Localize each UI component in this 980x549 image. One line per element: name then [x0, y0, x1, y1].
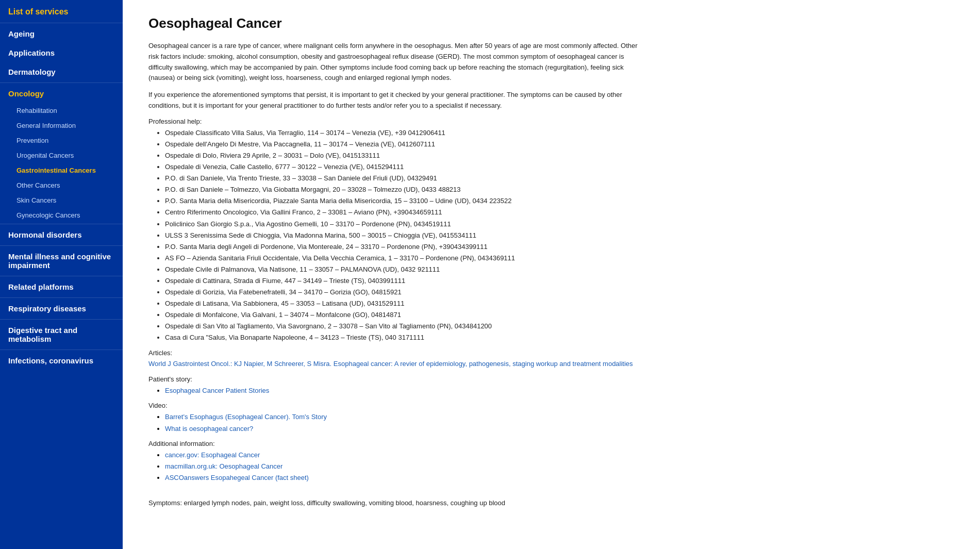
sidebar-item-hormonal-disorders[interactable]: Hormonal disorders: [0, 225, 123, 244]
list-item: Esophageal Cancer Patient Stories: [165, 385, 959, 396]
sidebar-item-applications[interactable]: Applications: [0, 43, 123, 62]
list-item: Centro Riferimento Oncologico, Via Galli…: [165, 207, 959, 218]
list-item: Ospedale di Dolo, Riviera 29 Aprile, 2 –…: [165, 150, 959, 161]
list-item: ULSS 3 Serenissima Sede di Chioggia, Via…: [165, 230, 959, 241]
sidebar-item-mental-illness[interactable]: Mental illness and cognitive impairment: [0, 247, 123, 275]
list-item: What is oesophageal cancer?: [165, 423, 959, 435]
additional-link-1[interactable]: cancer.gov: Esophageal Cancer: [165, 451, 260, 459]
sidebar-item-infections-coronavirus[interactable]: Infections, coronavirus: [0, 351, 123, 370]
main-content: Oesophageal Cancer Oesophageal cancer is…: [123, 0, 980, 549]
list-item: AS FO – Azienda Sanitaria Friuli Occiden…: [165, 253, 959, 264]
description-paragraph-1: Oesophageal cancer is a rare type of can…: [148, 41, 643, 84]
list-item: P.O. di San Daniele, Via Trento Trieste,…: [165, 173, 959, 184]
sidebar: List of services Ageing Applications Der…: [0, 0, 123, 549]
sidebar-item-respiratory-diseases[interactable]: Respiratory diseases: [0, 299, 123, 318]
description-paragraph-2: If you experience the aforementioned sym…: [148, 90, 643, 111]
sidebar-item-ageing[interactable]: Ageing: [0, 24, 123, 43]
list-item: Ospedale Classificato Villa Salus, Via T…: [165, 127, 959, 139]
patient-story-link[interactable]: Esophageal Cancer Patient Stories: [165, 387, 269, 394]
list-item: P.O. Santa Maria della Misericordia, Pia…: [165, 195, 959, 207]
patient-story-list: Esophageal Cancer Patient Stories: [148, 385, 959, 396]
sidebar-sub-general-information[interactable]: General Information: [0, 118, 123, 133]
list-item: P.O. Santa Maria degli Angeli di Pordeno…: [165, 241, 959, 253]
sidebar-sub-rehabilitation[interactable]: Rehabilitation: [0, 103, 123, 118]
list-item: Ospedale di Venezia, Calle Castello, 677…: [165, 161, 959, 173]
symptoms-footer: Symptoms: enlarged lymph nodes, pain, we…: [148, 499, 959, 507]
sidebar-sub-urogenital-cancers[interactable]: Urogenital Cancers: [0, 148, 123, 163]
video-link-2[interactable]: What is oesophageal cancer?: [165, 425, 253, 432]
page-title: Oesophageal Cancer: [148, 15, 959, 31]
additional-link-2[interactable]: macmillan.org.uk: Oesophageal Cancer: [165, 462, 283, 470]
list-item: Ospedale di Monfalcone, Via Galvani, 1 –…: [165, 309, 959, 321]
article-link-wrapper: World J Gastrointest Oncol.: KJ Napier, …: [148, 359, 643, 370]
list-item: cancer.gov: Esophageal Cancer: [165, 450, 959, 461]
sidebar-item-digestive-tract[interactable]: Digestive tract and metabolism: [0, 321, 123, 348]
sidebar-list-of-services[interactable]: List of services: [0, 0, 123, 22]
additional-info-label: Additional information:: [148, 440, 959, 447]
video-link-1[interactable]: Barret's Esophagus (Esophageal Cancer). …: [165, 413, 327, 421]
list-item: Barret's Esophagus (Esophageal Cancer). …: [165, 411, 959, 423]
article-link[interactable]: World J Gastrointest Oncol.: KJ Napier, …: [148, 360, 633, 368]
list-item: Ospedale di Cattinara, Strada di Fiume, …: [165, 275, 959, 287]
list-item: Ospedale di Gorizia, Via Fatebenefratell…: [165, 287, 959, 298]
list-item: Ospedale Civile di Palmanova, Via Natiso…: [165, 264, 959, 275]
additional-info-list: cancer.gov: Esophageal Cancer macmillan.…: [148, 450, 959, 484]
list-item: Policlinico San Giorgio S.p.a., Via Agos…: [165, 219, 959, 230]
list-item: P.O. di San Daniele – Tolmezzo, Via Giob…: [165, 184, 959, 195]
sidebar-item-oncology[interactable]: Oncology: [0, 84, 123, 103]
list-item: Casa di Cura "Salus, Via Bonaparte Napol…: [165, 332, 959, 343]
articles-label: Articles:: [148, 349, 959, 357]
list-item: Ospedale dell'Angelo Di Mestre, Via Pacc…: [165, 139, 959, 150]
sidebar-sub-gynecologic-cancers[interactable]: Gynecologic Cancers: [0, 208, 123, 223]
list-item: macmillan.org.uk: Oesophageal Cancer: [165, 461, 959, 472]
list-item: Ospedale di Latisana, Via Sabbionera, 45…: [165, 298, 959, 309]
professional-help-label: Professional help:: [148, 118, 959, 125]
patients-story-label: Patient's story:: [148, 375, 959, 383]
sidebar-item-related-platforms[interactable]: Related platforms: [0, 277, 123, 296]
sidebar-item-dermatology[interactable]: Dermatology: [0, 62, 123, 81]
sidebar-sub-gastrointestinal-cancers[interactable]: Gastrointestinal Cancers: [0, 163, 123, 178]
sidebar-sub-other-cancers[interactable]: Other Cancers: [0, 178, 123, 193]
hospital-list: Ospedale Classificato Villa Salus, Via T…: [148, 127, 959, 344]
list-item: Ospedale di San Vito al Tagliamento, Via…: [165, 321, 959, 332]
sidebar-sub-prevention[interactable]: Prevention: [0, 133, 123, 148]
sidebar-sub-skin-cancers[interactable]: Skin Cancers: [0, 193, 123, 208]
video-label: Video:: [148, 402, 959, 409]
additional-link-3[interactable]: ASCOanswers Esopahegeal Cancer (fact she…: [165, 474, 309, 481]
list-item: ASCOanswers Esopahegeal Cancer (fact she…: [165, 472, 959, 484]
video-list: Barret's Esophagus (Esophageal Cancer). …: [148, 411, 959, 434]
